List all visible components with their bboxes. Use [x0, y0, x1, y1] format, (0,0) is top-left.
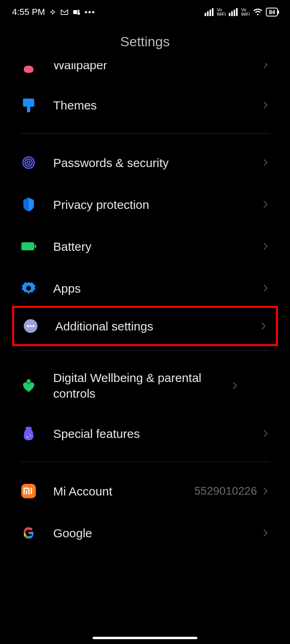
more-circle-icon: [22, 318, 39, 334]
highlight-box: Additional settings: [12, 306, 278, 346]
item-label: Passwords & security: [53, 155, 261, 171]
themes-icon: [20, 97, 37, 114]
flask-icon: [20, 425, 37, 442]
wallpaper-icon: [20, 63, 37, 80]
chevron-right-icon: [261, 429, 270, 438]
item-value: 5529010226: [194, 485, 257, 497]
svg-rect-0: [50, 12, 52, 13]
svg-point-14: [26, 286, 31, 291]
vowifi-label-1: Vo WiFi: [217, 8, 226, 17]
item-label: Apps: [53, 281, 261, 296]
chevron-right-icon: [261, 200, 270, 209]
svg-rect-3: [52, 13, 53, 15]
chevron-right-icon: [261, 487, 270, 495]
battery-icon: 84: [266, 8, 278, 17]
status-right: Vo WiFi Vo WiFi 84: [205, 8, 278, 17]
svg-point-18: [33, 325, 35, 327]
chevron-right-icon: [261, 63, 270, 69]
item-label: Mi Account: [53, 483, 194, 499]
svg-rect-8: [27, 107, 30, 112]
settings-item-special[interactable]: Special features: [0, 413, 290, 454]
divider: [20, 462, 270, 462]
page-title: Settings: [0, 24, 290, 63]
settings-item-mi-account[interactable]: Mi Account 5529010226: [0, 470, 290, 512]
settings-list[interactable]: Wallpaper Themes Passwords & security Pr…: [0, 63, 290, 554]
item-label: Battery: [53, 239, 261, 254]
gmail-icon: [60, 9, 68, 15]
settings-item-additional[interactable]: Additional settings: [14, 308, 276, 344]
item-label: Google: [53, 525, 261, 541]
svg-point-21: [27, 436, 28, 438]
vowifi-label-2: Vo WiFi: [241, 8, 250, 17]
svg-rect-6: [77, 12, 80, 15]
svg-point-16: [27, 325, 29, 327]
google-logo-icon: [20, 524, 37, 541]
item-label: Privacy protection: [53, 197, 261, 213]
chevron-right-icon: [261, 158, 270, 167]
gear-icon: [20, 280, 37, 297]
wifi-icon: [253, 8, 263, 16]
item-label: Digital Wellbeing & parental controls: [53, 370, 230, 401]
chevron-right-icon: [261, 101, 270, 109]
teams-icon: [72, 8, 81, 16]
settings-item-wellbeing[interactable]: Digital Wellbeing & parental controls: [0, 359, 290, 413]
signal-icon-2: [229, 8, 238, 16]
battery-icon: [20, 238, 37, 255]
more-icon: •••: [85, 8, 95, 17]
settings-item-themes[interactable]: Themes: [0, 84, 290, 126]
mi-logo-icon: [20, 483, 37, 500]
settings-item-apps[interactable]: Apps: [0, 267, 290, 309]
svg-rect-7: [23, 99, 34, 107]
svg-rect-13: [35, 245, 36, 248]
status-left: 4:55 PM •••: [12, 7, 95, 17]
svg-point-22: [30, 435, 31, 436]
svg-point-19: [27, 379, 31, 383]
svg-point-17: [30, 325, 32, 327]
svg-rect-12: [21, 242, 34, 250]
slack-icon: [49, 8, 56, 16]
svg-point-5: [77, 10, 79, 12]
settings-item-privacy[interactable]: Privacy protection: [0, 184, 290, 225]
home-indicator[interactable]: [93, 637, 197, 639]
chevron-right-icon: [261, 242, 270, 251]
fingerprint-icon: [20, 154, 37, 171]
item-label: Special features: [53, 426, 261, 442]
svg-rect-2: [52, 10, 53, 12]
settings-item-google[interactable]: Google: [0, 512, 290, 554]
chevron-right-icon: [230, 381, 239, 390]
settings-item-passwords-security[interactable]: Passwords & security: [0, 142, 290, 184]
svg-rect-4: [73, 10, 77, 14]
divider: [20, 350, 270, 351]
chevron-right-icon: [261, 528, 270, 537]
settings-item-wallpaper[interactable]: Wallpaper: [0, 63, 290, 84]
item-label: Themes: [53, 97, 261, 113]
svg-rect-1: [53, 12, 55, 13]
chevron-right-icon: [261, 284, 270, 293]
status-bar: 4:55 PM ••• Vo WiFi Vo WiFi 84: [0, 0, 290, 24]
item-label: Wallpaper: [53, 63, 261, 73]
status-time: 4:55 PM: [12, 7, 45, 17]
item-label: Additional settings: [55, 318, 259, 334]
svg-point-11: [27, 161, 30, 164]
divider: [20, 133, 270, 134]
chevron-right-icon: [259, 322, 268, 330]
signal-icon-1: [205, 8, 213, 16]
shield-icon: [20, 196, 37, 213]
wellbeing-icon: [20, 377, 37, 394]
svg-point-10: [25, 159, 32, 166]
settings-item-battery[interactable]: Battery: [0, 225, 290, 267]
